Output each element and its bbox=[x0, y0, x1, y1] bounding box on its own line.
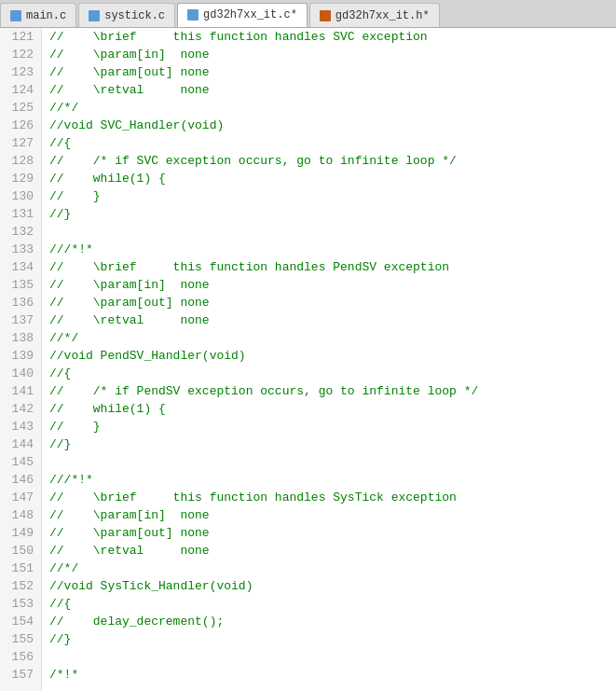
code-line: // \param[out] none bbox=[49, 63, 609, 81]
line-number: 142 bbox=[7, 400, 34, 418]
line-number: 141 bbox=[7, 382, 34, 400]
line-number: 146 bbox=[7, 471, 34, 489]
line-number: 126 bbox=[7, 117, 34, 134]
tab-icon-c bbox=[89, 10, 100, 21]
code-content: // \brief this function handles SVC exce… bbox=[42, 28, 616, 691]
code-line: //*/ bbox=[49, 99, 609, 117]
code-line: // } bbox=[49, 187, 609, 205]
code-line: // \retval none bbox=[49, 311, 609, 329]
tab-label: gd32h7xx_it.h* bbox=[335, 9, 430, 22]
code-line: //} bbox=[49, 205, 609, 223]
line-number: 133 bbox=[7, 241, 34, 258]
line-number: 150 bbox=[7, 542, 34, 560]
code-line: //void SysTick_Handler(void) bbox=[49, 577, 609, 595]
line-number: 125 bbox=[7, 99, 34, 117]
tab-gd32h7xx-it-h[interactable]: gd32h7xx_it.h* bbox=[309, 3, 440, 27]
tab-icon-h bbox=[320, 10, 331, 21]
code-line: // } bbox=[49, 418, 609, 435]
tab-gd32h7xx-it-c[interactable]: gd32h7xx_it.c* bbox=[177, 3, 308, 27]
tab-label: gd32h7xx_it.c* bbox=[203, 8, 297, 21]
tab-systick-c[interactable]: systick.c bbox=[78, 3, 175, 27]
code-line: // \retval none bbox=[49, 81, 609, 99]
line-number: 143 bbox=[7, 418, 34, 435]
tab-main-c[interactable]: main.c bbox=[0, 3, 76, 27]
code-line: // \brief this function handles SysTick … bbox=[49, 489, 609, 506]
code-line: // \param[out] none bbox=[49, 294, 609, 311]
tab-label: main.c bbox=[26, 9, 66, 22]
line-number: 140 bbox=[7, 365, 34, 382]
code-line: //} bbox=[49, 435, 609, 453]
code-line bbox=[49, 223, 609, 241]
code-line: // \param[in] none bbox=[49, 46, 609, 63]
line-number: 130 bbox=[7, 187, 34, 205]
line-number: 121 bbox=[7, 28, 34, 46]
tab-icon-c bbox=[187, 9, 198, 21]
code-line: // \param[in] none bbox=[49, 506, 609, 524]
line-number: 122 bbox=[7, 46, 34, 63]
code-line: //void PendSV_Handler(void) bbox=[49, 347, 609, 365]
line-number: 156 bbox=[7, 648, 34, 666]
code-line: //void SVC_Handler(void) bbox=[49, 117, 609, 134]
line-number: 135 bbox=[7, 276, 34, 294]
code-line: //*/ bbox=[49, 329, 609, 347]
line-number: 155 bbox=[7, 630, 34, 648]
line-number: 151 bbox=[7, 560, 34, 577]
line-number: 149 bbox=[7, 524, 34, 542]
line-number: 128 bbox=[7, 152, 34, 170]
line-number: 123 bbox=[7, 63, 34, 81]
line-number: 131 bbox=[7, 205, 34, 223]
code-line bbox=[49, 453, 609, 471]
code-line: //} bbox=[49, 630, 609, 648]
line-number: 139 bbox=[7, 347, 34, 365]
tab-label: systick.c bbox=[104, 9, 165, 22]
code-line: // while(1) { bbox=[49, 400, 609, 418]
code-line: //{ bbox=[49, 365, 609, 382]
line-number: 147 bbox=[7, 489, 34, 506]
line-number: 129 bbox=[7, 170, 34, 187]
code-line: // /* if SVC exception occurs, go to inf… bbox=[49, 152, 609, 170]
line-number: 127 bbox=[7, 134, 34, 152]
line-number: 153 bbox=[7, 595, 34, 613]
line-number: 134 bbox=[7, 258, 34, 276]
code-line: // while(1) { bbox=[49, 170, 609, 187]
line-numbers: 1211221231241251261271281291301311321331… bbox=[0, 28, 42, 691]
code-line: // \brief this function handles SVC exce… bbox=[49, 28, 609, 46]
code-line bbox=[49, 648, 609, 666]
code-line: // \brief this function handles PendSV e… bbox=[49, 258, 609, 276]
line-number: 138 bbox=[7, 329, 34, 347]
line-number: 144 bbox=[7, 435, 34, 453]
line-number: 157 bbox=[7, 666, 34, 684]
code-line: // /* if PendSV exception occurs, go to … bbox=[49, 382, 609, 400]
code-line: //{ bbox=[49, 134, 609, 152]
line-number: 152 bbox=[7, 577, 34, 595]
line-number: 124 bbox=[7, 81, 34, 99]
line-number: 154 bbox=[7, 613, 34, 630]
code-area: 1211221231241251261271281291301311321331… bbox=[0, 28, 616, 691]
code-line: ///*!* bbox=[49, 471, 609, 489]
tab-bar: main.csystick.cgd32h7xx_it.c*gd32h7xx_it… bbox=[0, 0, 616, 28]
tab-icon-c bbox=[10, 10, 21, 21]
code-line: // \param[in] none bbox=[49, 276, 609, 294]
code-line: //*/ bbox=[49, 560, 609, 577]
code-line: // delay_decrement(); bbox=[49, 613, 609, 630]
code-line: // \param[out] none bbox=[49, 524, 609, 542]
line-number: 132 bbox=[7, 223, 34, 241]
line-number: 148 bbox=[7, 506, 34, 524]
code-line: ///*!* bbox=[49, 241, 609, 258]
code-line: /*!* bbox=[49, 666, 609, 684]
code-line: // \retval none bbox=[49, 542, 609, 560]
code-line: //{ bbox=[49, 595, 609, 613]
line-number: 145 bbox=[7, 453, 34, 471]
line-number: 137 bbox=[7, 311, 34, 329]
line-number: 136 bbox=[7, 294, 34, 311]
